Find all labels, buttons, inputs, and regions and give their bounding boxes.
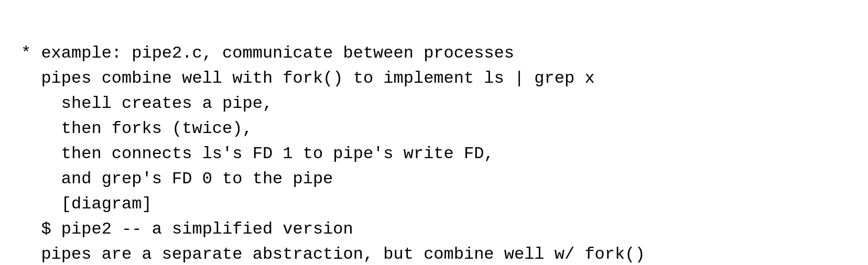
code-line: shell creates a pipe, [21,91,847,116]
code-line: then forks (twice), [21,116,847,141]
code-line: pipes are a separate abstraction, but co… [21,242,847,265]
code-content: * example: pipe2.c, communicate between … [21,16,847,265]
code-line: * example: pipe2.c, communicate between … [21,41,847,66]
code-line: then connects ls's FD 1 to pipe's write … [21,141,847,167]
code-line: and grep's FD 0 to the pipe [21,167,847,192]
code-line: [diagram] [21,192,847,217]
code-line: pipes combine well with fork() to implem… [21,66,847,91]
code-line: $ pipe2 -- a simplified version [21,217,847,242]
